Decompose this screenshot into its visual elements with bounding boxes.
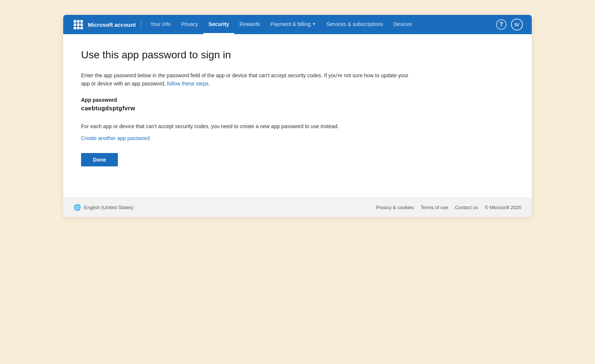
nav-link-services-subscriptions[interactable]: Services & subscriptions [321, 15, 388, 34]
nav-link-your-info[interactable]: Your info [145, 15, 176, 34]
footer-right: Privacy & cookies Terms of use Contact u… [376, 205, 521, 210]
description-text-part2: . [208, 81, 210, 87]
nav-bar: Microsoft account Your info Privacy Secu… [63, 15, 532, 34]
description-paragraph: Enter the app password below in the pass… [81, 71, 416, 88]
main-content: Use this app password to sign in Enter t… [63, 34, 532, 198]
globe-icon: 🌐 [74, 204, 81, 211]
nav-divider [141, 19, 141, 30]
brand-name: Microsoft account [88, 22, 136, 28]
footer-left: 🌐 English (United States) [74, 204, 134, 211]
avatar[interactable]: IV [511, 19, 523, 30]
app-password-value: caebtugdsptgfvrw [81, 105, 514, 112]
for-each-text: For each app or device that can't accept… [81, 122, 379, 130]
contact-us-link[interactable]: Contact us [455, 205, 478, 210]
description-text-part1: Enter the app password below in the pass… [81, 72, 408, 87]
chevron-down-icon: ▼ [312, 22, 316, 26]
nav-link-devices[interactable]: Devices [388, 15, 417, 34]
nav-link-security[interactable]: Security [203, 15, 234, 34]
done-button[interactable]: Done [81, 153, 118, 166]
create-another-app-password-link[interactable]: Create another app password [81, 135, 149, 141]
nav-link-privacy[interactable]: Privacy [176, 15, 203, 34]
footer: 🌐 English (United States) Privacy & cook… [63, 198, 532, 217]
page-title: Use this app password to sign in [81, 49, 514, 61]
privacy-cookies-link[interactable]: Privacy & cookies [376, 205, 414, 210]
main-card: Microsoft account Your info Privacy Secu… [63, 15, 532, 217]
app-password-label: App password [81, 97, 514, 103]
terms-of-use-link[interactable]: Terms of use [421, 205, 448, 210]
help-button[interactable]: ? [496, 19, 506, 30]
follow-steps-link[interactable]: follow these steps [167, 81, 208, 87]
nav-right: ? IV [496, 19, 523, 30]
nav-links: Your info Privacy Security Rewards Payme… [145, 15, 496, 34]
nav-link-rewards[interactable]: Rewards [234, 15, 265, 34]
footer-copyright: © Microsoft 2020 [485, 205, 521, 210]
app-launcher-icon[interactable] [72, 19, 84, 30]
footer-language: English (United States) [84, 205, 134, 210]
nav-link-payment-billing[interactable]: Payment & billing ▼ [265, 15, 321, 34]
